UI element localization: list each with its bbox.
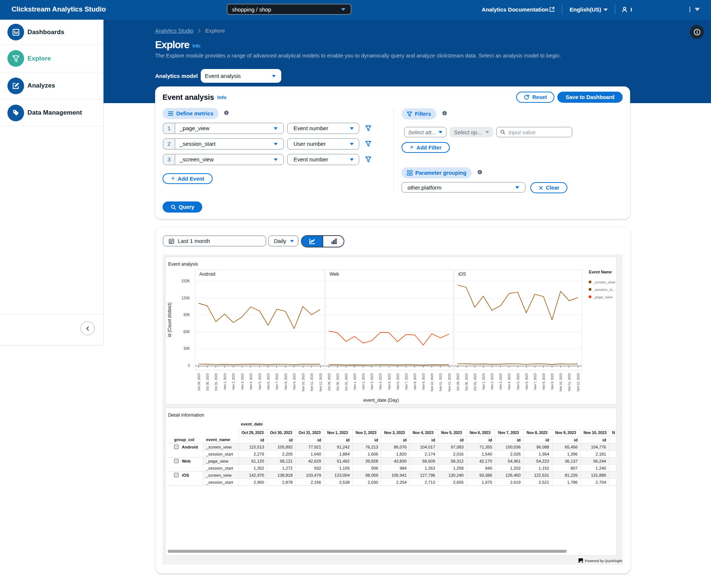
svg-text:1,975: 1,975 xyxy=(482,480,492,484)
svg-text:96,088: 96,088 xyxy=(536,445,549,449)
svg-text:932: 932 xyxy=(314,466,321,470)
svg-text:39,828: 39,828 xyxy=(365,459,378,463)
svg-text:Nov 1, 2023: Nov 1, 2023 xyxy=(482,373,485,390)
svg-text:30K: 30K xyxy=(183,346,190,351)
svg-text:100,036: 100,036 xyxy=(505,445,521,449)
svg-text:Oct 30, 2023: Oct 30, 2023 xyxy=(336,373,340,391)
svg-text:2,704: 2,704 xyxy=(596,480,606,484)
svg-text:58,312: 58,312 xyxy=(451,459,464,463)
svg-text:1,272: 1,272 xyxy=(282,466,292,470)
svg-text:Nov 12, 2023: Nov 12, 2023 xyxy=(319,373,322,391)
svg-text:Nov 7, 2023: Nov 7, 2023 xyxy=(404,373,408,390)
svg-text:event_name: event_name xyxy=(206,437,230,442)
svg-text:1,786: 1,786 xyxy=(567,480,577,484)
svg-text:Event Name: Event Name xyxy=(589,270,612,274)
svg-text:Nov 9, 2023: Nov 9, 2023 xyxy=(550,373,554,390)
svg-text:807: 807 xyxy=(571,466,578,470)
svg-text:Nov 3, 2023: Nov 3, 2023 xyxy=(384,430,405,435)
svg-text:1,640: 1,640 xyxy=(311,452,321,456)
svg-text:Nov 11, 2023: Nov 11, 2023 xyxy=(310,373,314,391)
svg-text:Android: Android xyxy=(182,445,198,449)
svg-text:81,226: 81,226 xyxy=(565,473,578,477)
svg-text:906: 906 xyxy=(371,466,378,470)
svg-text:36,137: 36,137 xyxy=(565,459,578,463)
svg-text:Nov 1, 2023: Nov 1, 2023 xyxy=(353,373,357,390)
svg-text:Oct 29, 2023: Oct 29, 2023 xyxy=(242,430,264,435)
svg-text:Oct 30, 2023: Oct 30, 2023 xyxy=(270,430,292,435)
svg-text:id: id xyxy=(574,438,578,442)
svg-text:Web: Web xyxy=(330,272,339,277)
svg-text:97,083: 97,083 xyxy=(451,445,464,449)
svg-text:Nov 3, 2023: Nov 3, 2023 xyxy=(370,373,374,390)
svg-text:id (Count distinct): id (Count distinct) xyxy=(167,302,172,337)
svg-text:_screen_view: _screen_view xyxy=(206,445,232,449)
svg-text:id: id xyxy=(602,438,606,442)
svg-text:61,120: 61,120 xyxy=(251,459,264,463)
svg-text:Oct 31, 2023: Oct 31, 2023 xyxy=(344,373,348,391)
svg-text:122,531: 122,531 xyxy=(534,473,549,477)
svg-text:54,223: 54,223 xyxy=(536,459,549,463)
svg-text:id: id xyxy=(374,438,378,442)
svg-text:id: id xyxy=(289,438,293,442)
svg-text:Android: Android xyxy=(199,272,215,277)
svg-text:event_date (Day): event_date (Day) xyxy=(363,398,399,403)
svg-text:1,258: 1,258 xyxy=(453,466,463,470)
svg-text:Nov 7, 2023: Nov 7, 2023 xyxy=(533,373,537,390)
svg-text:2,026: 2,026 xyxy=(510,452,521,456)
svg-text:id: id xyxy=(317,438,321,442)
svg-text:group_col: group_col xyxy=(174,437,194,442)
svg-text:Nov 7, 2023: Nov 7, 2023 xyxy=(275,373,279,390)
svg-text:Oct 30, 2023: Oct 30, 2023 xyxy=(206,373,209,391)
svg-text:Nov 9, 2023: Nov 9, 2023 xyxy=(555,430,576,435)
svg-text:104,776: 104,776 xyxy=(591,445,606,449)
svg-text:56,244: 56,244 xyxy=(593,459,606,463)
svg-text:Oct 29, 2023: Oct 29, 2023 xyxy=(456,373,460,391)
svg-text:98,059: 98,059 xyxy=(365,473,378,477)
svg-text:126,450: 126,450 xyxy=(505,473,521,477)
svg-text:43,830: 43,830 xyxy=(394,459,407,463)
svg-text:_session_start: _session_start xyxy=(206,452,233,456)
svg-text:2,279: 2,279 xyxy=(254,452,264,456)
svg-text:940: 940 xyxy=(485,466,492,470)
svg-text:Nov 4, 2023: Nov 4, 2023 xyxy=(413,430,433,435)
svg-text:90K: 90K xyxy=(183,313,190,317)
svg-text:Nov 11, 2023: Nov 11, 2023 xyxy=(567,373,571,391)
svg-text:42,629: 42,629 xyxy=(308,459,321,463)
svg-text:Nov 2, 2023: Nov 2, 2023 xyxy=(232,373,235,390)
svg-text:Nov 2, 2023: Nov 2, 2023 xyxy=(356,430,376,435)
svg-text:Nov 8, 2023: Nov 8, 2023 xyxy=(527,430,547,435)
svg-text:984: 984 xyxy=(400,466,407,470)
svg-text:71,355: 71,355 xyxy=(479,445,492,449)
svg-text:Detail information: Detail information xyxy=(168,413,204,418)
svg-text:1,263: 1,263 xyxy=(425,466,435,470)
svg-text:event_date: event_date xyxy=(241,422,263,426)
svg-text:91,242: 91,242 xyxy=(337,445,350,449)
svg-text:_screen_view: _screen_view xyxy=(206,473,232,477)
svg-text:Nov 5, 2023: Nov 5, 2023 xyxy=(516,373,520,390)
svg-text:123,004: 123,004 xyxy=(334,473,350,477)
svg-text:138,818: 138,818 xyxy=(278,473,293,477)
svg-text:Nov 9, 2023: Nov 9, 2023 xyxy=(292,373,296,390)
svg-text:Nov 3, 2023: Nov 3, 2023 xyxy=(240,373,244,390)
svg-text:2,156: 2,156 xyxy=(311,480,321,484)
svg-text:2,181: 2,181 xyxy=(596,452,606,456)
svg-text:Nov 12, 2023: Nov 12, 2023 xyxy=(448,373,451,391)
svg-text:77,921: 77,921 xyxy=(308,445,321,449)
svg-text:86,076: 86,076 xyxy=(394,445,407,449)
svg-text:iOS: iOS xyxy=(458,272,466,277)
svg-text:2,713: 2,713 xyxy=(425,480,435,484)
svg-text:Nov 6, 2023: Nov 6, 2023 xyxy=(525,373,528,390)
svg-text:2,878: 2,878 xyxy=(282,480,292,484)
svg-text:_session_start: _session_start xyxy=(206,466,233,470)
svg-text:58,609: 58,609 xyxy=(422,459,435,463)
svg-text:id: id xyxy=(460,438,463,442)
svg-text:54,961: 54,961 xyxy=(508,459,521,463)
svg-text:2,538: 2,538 xyxy=(339,480,350,484)
svg-text:Nov 9, 2023: Nov 9, 2023 xyxy=(422,373,425,390)
svg-text:Nov 4, 2023: Nov 4, 2023 xyxy=(249,373,253,390)
svg-text:Oct 29, 2023: Oct 29, 2023 xyxy=(197,373,201,391)
svg-text:58,121: 58,121 xyxy=(280,459,293,463)
svg-text:Nov 10, 2023: Nov 10, 2023 xyxy=(430,373,434,391)
svg-text:1,540: 1,540 xyxy=(482,452,492,456)
svg-text:2,950: 2,950 xyxy=(254,480,264,484)
